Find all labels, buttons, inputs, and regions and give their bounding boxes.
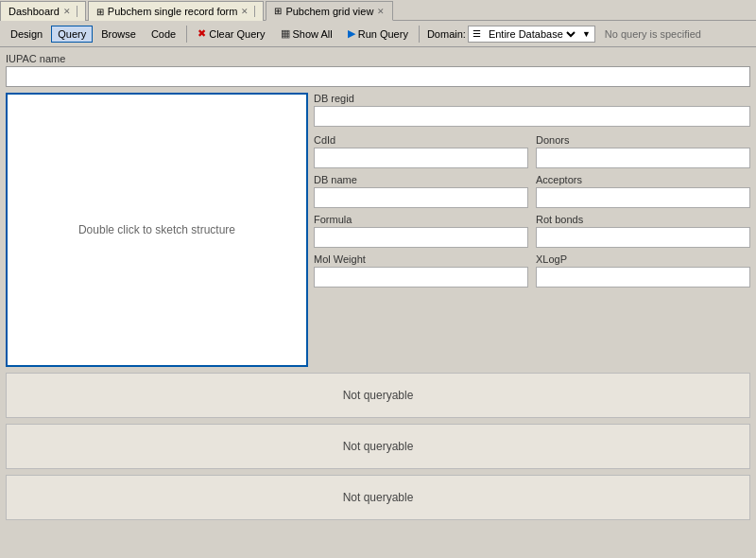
main-content: IUPAC name Double click to sketch struct…	[0, 47, 756, 558]
cdid-donors-row: CdId Donors	[314, 134, 750, 168]
not-queryable-1-label: Not queryable	[343, 389, 414, 402]
design-label: Design	[10, 28, 43, 40]
iupac-label: IUPAC name	[6, 53, 750, 64]
no-query-text: No query is specified	[605, 28, 701, 40]
tab-close-icon-3[interactable]: ✕	[377, 7, 385, 16]
db-name-label: DB name	[314, 174, 528, 185]
not-queryable-3-label: Not queryable	[343, 491, 414, 504]
mol-weight-label: Mol Weight	[314, 253, 528, 265]
sketch-area[interactable]: Double click to sketch structure	[6, 93, 308, 367]
sketch-hint-text: Double click to sketch structure	[78, 223, 235, 236]
separator-2	[419, 26, 420, 43]
iupac-input[interactable]	[6, 66, 750, 87]
tab-close-icon[interactable]: ✕	[63, 7, 71, 16]
run-query-button[interactable]: ▶ Run Query	[341, 25, 415, 43]
mol-weight-input[interactable]	[314, 267, 528, 288]
formula-col: Formula	[314, 214, 528, 248]
grid-icon-2: ⊞	[274, 6, 282, 16]
domain-label: Domain:	[427, 28, 466, 40]
form-fields: DB regid CdId Donors DB name	[314, 93, 750, 367]
dbname-acceptors-row: DB name Acceptors	[314, 174, 750, 208]
chevron-down-icon: ▼	[582, 29, 591, 39]
cdid-col: CdId	[314, 134, 528, 168]
single-record-label: Pubchem single record form	[108, 6, 238, 17]
tab-close-icon-2[interactable]: ✕	[241, 7, 249, 16]
db-regid-group: DB regid	[314, 93, 750, 127]
domain-dropdown[interactable]: Entire Database	[485, 27, 578, 41]
clear-query-button[interactable]: ✖ Clear Query	[191, 25, 271, 43]
domain-selector[interactable]: ☰ Entire Database ▼	[468, 26, 595, 43]
code-button[interactable]: Code	[145, 26, 182, 43]
rot-bonds-input[interactable]	[536, 227, 750, 248]
db-name-col: DB name	[314, 174, 528, 208]
cdid-label: CdId	[314, 134, 528, 146]
donors-label: Donors	[536, 134, 750, 146]
clear-query-label: Clear Query	[209, 28, 265, 40]
tab-grid-view[interactable]: ⊞ Pubchem grid view ✕	[266, 1, 393, 21]
show-all-label: Show All	[293, 28, 333, 40]
donors-col: Donors	[536, 134, 750, 168]
rot-bonds-col: Rot bonds	[536, 214, 750, 248]
show-all-button[interactable]: ▦ Show All	[274, 25, 339, 43]
xlogp-col: XLogP	[536, 253, 750, 288]
menu-icon: ☰	[472, 28, 481, 39]
browse-label: Browse	[101, 28, 136, 40]
rot-bonds-label: Rot bonds	[536, 214, 750, 225]
grid-view-label: Pubchem grid view	[285, 6, 373, 17]
tab-dashboard[interactable]: Dashboard ✕	[0, 1, 86, 21]
xlogp-label: XLogP	[536, 253, 750, 265]
tab-bar: Dashboard ✕ ⊞ Pubchem single record form…	[0, 0, 756, 21]
not-queryable-3: Not queryable	[6, 475, 750, 520]
db-name-input[interactable]	[314, 187, 528, 208]
code-label: Code	[151, 28, 176, 40]
separator-1	[186, 26, 187, 43]
formula-input[interactable]	[314, 227, 528, 248]
molweight-xlogp-row: Mol Weight XLogP	[314, 253, 750, 288]
db-regid-label: DB regid	[314, 93, 750, 104]
cdid-input[interactable]	[314, 148, 528, 168]
acceptors-input[interactable]	[536, 187, 750, 208]
not-queryable-1: Not queryable	[6, 373, 750, 418]
run-query-icon: ▶	[348, 27, 355, 40]
tab-single-record[interactable]: ⊞ Pubchem single record form ✕	[88, 1, 265, 21]
sketch-form-row: Double click to sketch structure DB regi…	[6, 93, 750, 367]
run-query-label: Run Query	[358, 28, 408, 40]
clear-query-icon: ✖	[198, 27, 206, 40]
donors-input[interactable]	[536, 148, 750, 168]
db-regid-input[interactable]	[314, 106, 750, 127]
mol-weight-col: Mol Weight	[314, 253, 528, 288]
query-label: Query	[58, 28, 86, 40]
not-queryable-2-label: Not queryable	[343, 440, 414, 453]
iupac-field-group: IUPAC name	[6, 53, 750, 87]
formula-label: Formula	[314, 214, 528, 225]
acceptors-col: Acceptors	[536, 174, 750, 208]
show-all-icon: ▦	[281, 27, 290, 40]
not-queryable-2: Not queryable	[6, 424, 750, 469]
browse-button[interactable]: Browse	[94, 26, 143, 43]
design-button[interactable]: Design	[4, 26, 49, 43]
formula-rotbonds-row: Formula Rot bonds	[314, 214, 750, 248]
grid-icon-1: ⊞	[96, 7, 104, 17]
xlogp-input[interactable]	[536, 267, 750, 288]
dashboard-label: Dashboard	[9, 6, 60, 17]
acceptors-label: Acceptors	[536, 174, 750, 185]
query-button[interactable]: Query	[51, 26, 93, 43]
toolbar: Design Query Browse Code ✖ Clear Query ▦…	[0, 21, 756, 47]
